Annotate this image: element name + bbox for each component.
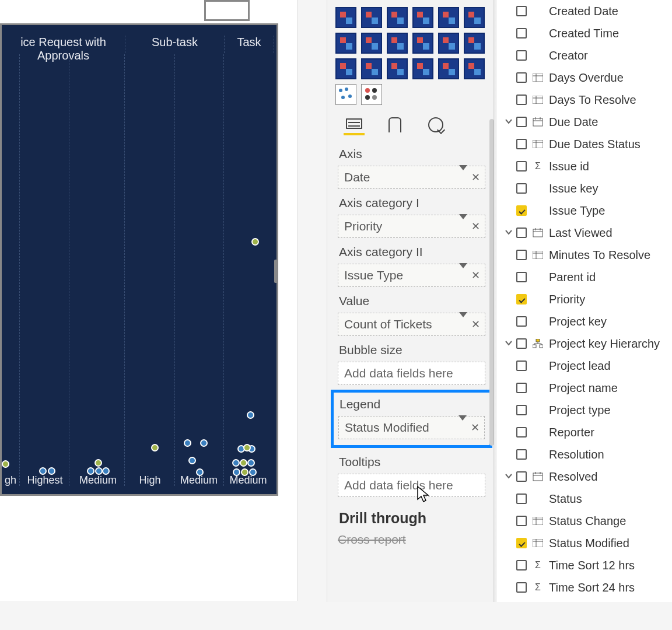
field-row[interactable]: Project name [496, 377, 672, 399]
chevron-down-icon[interactable] [459, 170, 467, 184]
field-checkbox[interactable] [516, 250, 527, 260]
chart-bubble[interactable] [200, 439, 208, 447]
viz-type-icon[interactable] [438, 33, 459, 54]
viz-type-icon[interactable] [464, 7, 485, 28]
viz-type-icon[interactable] [464, 58, 485, 79]
legend-well[interactable]: Status Modified ✕ [338, 416, 485, 439]
chevron-down-icon[interactable] [459, 317, 467, 331]
field-checkbox[interactable] [516, 427, 527, 438]
chart-bubble[interactable] [232, 459, 240, 467]
visual-header-button[interactable] [204, 0, 250, 21]
field-checkbox[interactable] [516, 161, 527, 172]
format-tab[interactable] [384, 114, 405, 135]
field-row[interactable]: Issue key [496, 177, 672, 200]
viz-type-icon[interactable] [438, 58, 459, 79]
chart-bubble[interactable] [2, 460, 9, 468]
field-row[interactable]: Reporter [496, 421, 672, 443]
field-checkbox[interactable] [516, 272, 527, 282]
field-row[interactable]: Status Modified [496, 532, 672, 554]
viz-type-icon[interactable] [335, 33, 356, 54]
field-row[interactable]: ΣTime Sort 24 hrs [496, 576, 672, 598]
field-checkbox[interactable] [516, 360, 527, 371]
field-row[interactable]: Created Date [496, 0, 672, 22]
field-checkbox[interactable] [516, 560, 527, 570]
field-checkbox[interactable] [516, 72, 527, 83]
field-row[interactable]: ΣIssue id [496, 155, 672, 177]
bubble-well[interactable]: Add data fields here [338, 362, 485, 385]
field-checkbox[interactable] [516, 538, 527, 548]
chart-bubble[interactable] [247, 459, 255, 467]
expand-icon[interactable] [501, 228, 516, 238]
report-canvas[interactable]: ice Request with Approvals Sub-task Task [0, 0, 298, 601]
remove-field-icon[interactable]: ✕ [471, 171, 480, 184]
field-row[interactable]: ΣTime Sort 12 hrs [496, 554, 672, 576]
field-row[interactable]: Project lead [496, 355, 672, 377]
field-checkbox[interactable] [516, 28, 527, 38]
analytics-tab[interactable] [425, 114, 446, 135]
field-checkbox[interactable] [516, 449, 527, 460]
viz-type-icon[interactable] [335, 84, 356, 105]
field-checkbox[interactable] [516, 338, 527, 349]
field-checkbox[interactable] [516, 383, 527, 393]
field-checkbox[interactable] [516, 405, 527, 415]
field-row[interactable]: Minutes To Resolve [496, 244, 672, 266]
field-row[interactable]: Due Date [496, 111, 672, 133]
field-row[interactable]: Parent id [496, 266, 672, 288]
field-checkbox[interactable] [516, 50, 527, 61]
viz-type-icon[interactable] [412, 7, 433, 28]
viz-type-icon[interactable] [361, 58, 382, 79]
field-checkbox[interactable] [516, 205, 527, 216]
chart-bubble[interactable] [243, 444, 251, 452]
field-row[interactable]: Due Dates Status [496, 133, 672, 155]
field-row[interactable]: Project key Hierarchy [496, 332, 672, 355]
viz-type-icon[interactable] [361, 7, 382, 28]
field-checkbox[interactable] [516, 183, 527, 194]
remove-field-icon[interactable]: ✕ [471, 421, 480, 434]
viz-type-icon[interactable] [412, 58, 433, 79]
viz-type-icon[interactable] [335, 58, 356, 79]
expand-icon[interactable] [501, 338, 516, 349]
field-checkbox[interactable] [516, 316, 527, 327]
field-row[interactable]: Days Overdue [496, 66, 672, 89]
field-row[interactable]: Resolved [496, 466, 672, 488]
field-checkbox[interactable] [516, 516, 527, 526]
chart-bubble[interactable] [251, 238, 259, 246]
fields-tab[interactable] [344, 114, 365, 135]
chevron-down-icon[interactable] [459, 219, 467, 233]
field-checkbox[interactable] [516, 117, 527, 127]
viz-type-icon[interactable] [464, 33, 485, 54]
viz-type-icon[interactable] [387, 33, 408, 54]
field-row[interactable]: Priority [496, 288, 672, 310]
expand-icon[interactable] [501, 471, 516, 482]
chart-bubble[interactable] [94, 459, 102, 467]
chart-bubble[interactable] [247, 411, 254, 419]
field-row[interactable]: Resolution [496, 443, 672, 466]
viz-type-icon[interactable] [387, 58, 408, 79]
expand-icon[interactable] [501, 117, 516, 127]
field-row[interactable]: Status Change [496, 510, 672, 532]
viz-type-icon[interactable] [335, 7, 356, 28]
viz-type-icon[interactable] [361, 84, 382, 105]
remove-field-icon[interactable]: ✕ [471, 318, 480, 331]
field-checkbox[interactable] [516, 294, 527, 304]
cat2-well[interactable]: Issue Type ✕ [338, 264, 485, 287]
remove-field-icon[interactable]: ✕ [471, 269, 480, 282]
viz-type-icon[interactable] [412, 33, 433, 54]
chart-bubble[interactable] [184, 439, 191, 447]
field-checkbox[interactable] [516, 582, 527, 593]
field-row[interactable]: Last Viewed [496, 222, 672, 244]
field-checkbox[interactable] [516, 494, 527, 504]
chart-bubble[interactable] [240, 459, 247, 467]
chart-bubble[interactable] [188, 457, 196, 464]
field-row[interactable]: Days To Resolve [496, 89, 672, 111]
axis-well[interactable]: Date ✕ [338, 166, 485, 189]
field-row[interactable]: Issue Type [496, 200, 672, 222]
field-row[interactable]: Created Time [496, 22, 672, 44]
visual-resize-handle[interactable] [274, 260, 278, 283]
chevron-down-icon[interactable] [459, 421, 467, 435]
tooltips-well[interactable]: Add data fields here [338, 474, 485, 497]
chart-visual[interactable]: ice Request with Approvals Sub-task Task [0, 23, 278, 496]
remove-field-icon[interactable]: ✕ [471, 220, 480, 233]
viz-type-icon[interactable] [438, 7, 459, 28]
field-row[interactable]: Project key [496, 310, 672, 332]
